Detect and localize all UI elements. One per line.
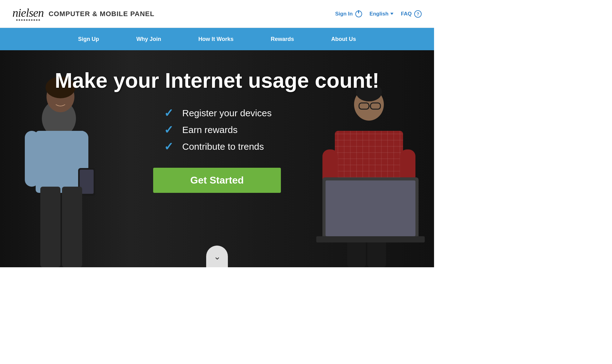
svg-rect-18 <box>316 236 425 242</box>
nav-item-about-us[interactable]: About Us <box>313 28 375 50</box>
scroll-circle: ⌄ <box>206 246 228 267</box>
chevron-down-icon <box>390 13 393 15</box>
site-header: nielsen COMPUTER & MOBILE PANEL Sign In … <box>0 0 434 28</box>
feature-item-f3: ✓ Contribute to trends <box>162 141 264 152</box>
nav-item-how-it-works[interactable]: How It Works <box>180 28 252 50</box>
hero-features: ✓ Register your devices ✓ Earn rewards ✓… <box>162 108 272 152</box>
sign-in-button[interactable]: Sign In <box>335 11 362 17</box>
feature-text: Register your devices <box>182 108 272 118</box>
checkmark-icon: ✓ <box>162 108 175 119</box>
language-label: English <box>370 11 388 17</box>
header-logo-area: nielsen COMPUTER & MOBILE PANEL <box>12 7 154 21</box>
hero-content: Make your Internet usage count! ✓ Regist… <box>0 50 434 193</box>
get-started-button[interactable]: Get Started <box>153 168 281 193</box>
power-icon <box>355 11 362 17</box>
nielsen-logo: nielsen <box>12 7 44 21</box>
checkmark-icon: ✓ <box>162 124 175 135</box>
header-actions: Sign In English FAQ ? <box>335 10 422 18</box>
nav-item-sign-up[interactable]: Sign Up <box>60 28 118 50</box>
site-title: COMPUTER & MOBILE PANEL <box>49 10 155 18</box>
nav-item-why-join[interactable]: Why Join <box>118 28 180 50</box>
feature-item-f2: ✓ Earn rewards <box>162 124 237 135</box>
question-icon: ? <box>414 10 422 18</box>
feature-text: Contribute to trends <box>182 141 264 152</box>
language-selector[interactable]: English <box>370 11 393 17</box>
scroll-indicator: ⌄ <box>206 246 228 267</box>
faq-label: FAQ <box>401 11 412 17</box>
checkmark-icon: ✓ <box>162 141 175 152</box>
feature-item-f1: ✓ Register your devices <box>162 108 272 119</box>
hero-headline: Make your Internet usage count! <box>0 69 434 92</box>
scroll-arrow-icon: ⌄ <box>214 251 221 262</box>
svg-rect-8 <box>40 187 60 267</box>
faq-button[interactable]: FAQ ? <box>401 10 422 18</box>
nav-item-rewards[interactable]: Rewards <box>252 28 313 50</box>
feature-text: Earn rewards <box>182 125 237 135</box>
svg-rect-9 <box>62 187 82 267</box>
main-navbar: Sign UpWhy JoinHow It WorksRewardsAbout … <box>0 28 434 50</box>
sign-in-label: Sign In <box>335 11 353 17</box>
nielsen-dots <box>16 19 40 21</box>
hero-section: Make your Internet usage count! ✓ Regist… <box>0 50 434 267</box>
nielsen-wordmark: nielsen <box>12 7 44 19</box>
